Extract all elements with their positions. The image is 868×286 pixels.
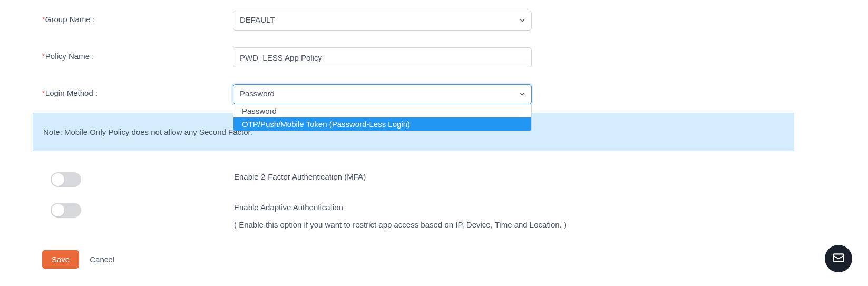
login-method-value: Password bbox=[240, 89, 275, 98]
group-name-value: DEFAULT bbox=[240, 15, 275, 24]
policy-name-label-text: Policy Name : bbox=[45, 52, 94, 61]
login-method-select[interactable]: Password bbox=[233, 84, 532, 104]
adaptive-toggle-sublabel: ( Enable this option if you want to rest… bbox=[234, 220, 567, 229]
save-button[interactable]: Save bbox=[42, 250, 79, 269]
svg-rect-0 bbox=[833, 254, 844, 261]
group-name-label-text: Group Name : bbox=[45, 15, 95, 24]
policy-name-label: *Policy Name : bbox=[42, 47, 233, 61]
login-method-option-password[interactable]: Password bbox=[233, 104, 531, 117]
chat-button[interactable] bbox=[825, 245, 852, 272]
policy-name-input[interactable] bbox=[233, 47, 532, 67]
login-method-label: *Login Method : bbox=[42, 84, 233, 97]
note-text: Note: Mobile Only Policy does not allow … bbox=[43, 127, 252, 136]
login-method-label-text: Login Method : bbox=[45, 88, 97, 97]
group-name-select[interactable]: DEFAULT bbox=[233, 11, 532, 31]
cancel-button[interactable]: Cancel bbox=[90, 255, 114, 264]
toggle-knob bbox=[52, 204, 64, 216]
mfa-toggle[interactable] bbox=[51, 172, 81, 187]
group-name-label: *Group Name : bbox=[42, 11, 233, 24]
mfa-toggle-label: Enable 2-Factor Authentication (MFA) bbox=[234, 172, 366, 181]
adaptive-toggle-label: Enable Adaptive Authentication bbox=[234, 203, 567, 212]
toggle-knob bbox=[52, 173, 64, 186]
adaptive-toggle[interactable] bbox=[51, 203, 81, 218]
chat-icon bbox=[832, 251, 845, 267]
login-method-dropdown: Password OTP/Push/Mobile Token (Password… bbox=[233, 104, 532, 131]
login-method-option-otp[interactable]: OTP/Push/Mobile Token (Password-Less Log… bbox=[233, 117, 531, 131]
